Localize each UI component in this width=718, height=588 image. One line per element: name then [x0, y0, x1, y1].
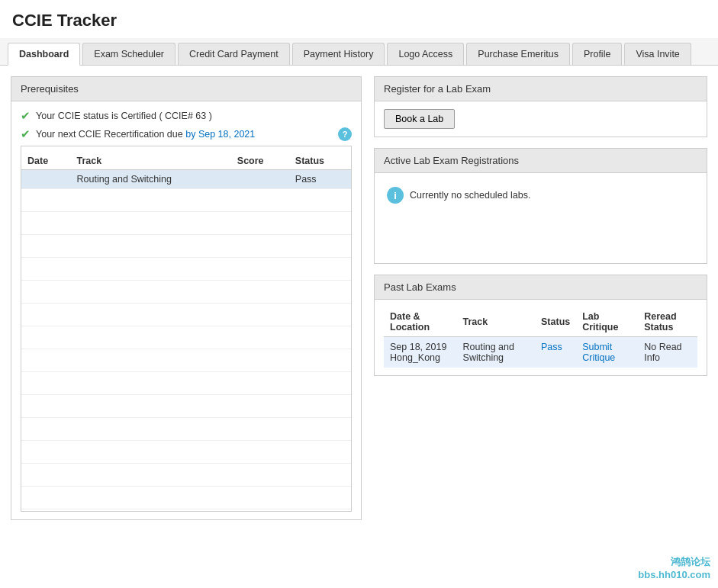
table-row-empty-11 [21, 418, 351, 441]
tab-visa-invite[interactable]: Visa Invite [624, 43, 691, 65]
table-row-empty-5 [21, 281, 351, 304]
left-panel: Prerequisites ✔ Your CCIE status is Cert… [11, 76, 362, 531]
table-row-empty-4 [21, 258, 351, 281]
col-header-status: Status [289, 153, 351, 170]
past-cell-date-location: Sep 18, 2019 Hong_Kong [384, 337, 457, 368]
prereq-text-2: Your next CCIE Recertification due by Se… [36, 129, 255, 140]
table-row-empty-3 [21, 235, 351, 258]
col-header-track: Track [71, 153, 231, 170]
app-title: CCIE Tracker [0, 0, 718, 38]
no-labs-row: i Currently no scheduled labs. [384, 181, 697, 210]
no-labs-message: Currently no scheduled labs. [410, 190, 530, 201]
past-col-lab-critique: Lab Critique [576, 307, 638, 337]
past-lab-exams-body: Date & Location Track Status Lab Critiqu… [375, 300, 707, 375]
tab-logo-access[interactable]: Logo Access [387, 43, 464, 65]
tab-profile[interactable]: Profile [572, 43, 622, 65]
cell-track: Routing and Switching [71, 170, 231, 189]
active-registrations-section: Active Lab Exam Registrations i Currentl… [374, 148, 707, 264]
past-lab-row: Sep 18, 2019 Hong_Kong Routing and Switc… [384, 337, 697, 368]
table-row-empty-2 [21, 212, 351, 235]
tab-exam-scheduler[interactable]: Exam Scheduler [82, 43, 175, 65]
cell-date [21, 170, 71, 189]
active-registrations-header: Active Lab Exam Registrations [375, 149, 707, 173]
status-pass: Pass [541, 342, 562, 352]
tab-purchase-emeritus[interactable]: Purchase Emeritus [466, 43, 570, 65]
past-cell-reread-status: No Read Info [638, 337, 697, 368]
table-row-empty-12 [21, 441, 351, 464]
submit-critique-link[interactable]: Submit Critique [582, 342, 615, 363]
info-circle-icon: i [387, 187, 404, 204]
cell-status: Pass [289, 170, 351, 189]
col-header-date: Date [21, 153, 71, 170]
right-panel: Register for a Lab Exam Book a Lab Activ… [374, 76, 707, 531]
help-icon[interactable]: ? [338, 127, 352, 141]
register-lab-body: Book a Lab [375, 101, 707, 137]
checkmark-icon-1: ✔ [21, 109, 31, 123]
table-row-empty-10 [21, 395, 351, 418]
past-col-track: Track [457, 307, 535, 337]
past-lab-exams-section: Past Lab Exams Date & Location Track Sta… [374, 275, 707, 376]
register-lab-section: Register for a Lab Exam Book a Lab [374, 76, 707, 137]
past-lab-exams-header: Past Lab Exams [375, 275, 707, 300]
checkmark-icon-2: ✔ [21, 127, 31, 141]
past-col-date-location: Date & Location [384, 307, 457, 337]
table-row-empty-7 [21, 326, 351, 349]
table-row-empty-8 [21, 349, 351, 372]
table-row-empty-13 [21, 464, 351, 487]
table-row-empty-15 [21, 509, 351, 512]
cell-score [231, 170, 289, 189]
table-row: Routing and Switching Pass [21, 170, 351, 189]
col-header-score: Score [231, 153, 289, 170]
tab-dashboard[interactable]: Dashboard [8, 43, 80, 66]
table-row-empty-6 [21, 304, 351, 326]
prereq-table-wrapper[interactable]: Date Track Score Status Routing and Swit… [21, 146, 352, 512]
prereq-item-1: ✔ Your CCIE status is Certified ( CCIE# … [21, 109, 352, 123]
tab-payment-history[interactable]: Payment History [292, 43, 385, 65]
past-cell-track: Routing and Switching [457, 337, 535, 368]
past-col-status: Status [535, 307, 576, 337]
prerequisites-section: Prerequisites ✔ Your CCIE status is Cert… [11, 76, 362, 520]
tabs-bar: Dashboard Exam Scheduler Credit Card Pay… [0, 38, 718, 66]
past-lab-table: Date & Location Track Status Lab Critiqu… [384, 307, 697, 368]
book-lab-button[interactable]: Book a Lab [384, 109, 455, 129]
prereq-text-1: Your CCIE status is Certified ( CCIE# 63… [36, 111, 212, 121]
past-cell-lab-critique[interactable]: Submit Critique [576, 337, 638, 368]
prereq-table: Date Track Score Status Routing and Swit… [21, 153, 351, 512]
table-row-empty-1 [21, 189, 351, 212]
past-col-reread-status: Reread Status [638, 307, 697, 337]
past-cell-status: Pass [535, 337, 576, 368]
table-row-empty-9 [21, 372, 351, 395]
prereq-item-2: ✔ Your next CCIE Recertification due by … [21, 127, 352, 141]
active-registrations-body: i Currently no scheduled labs. [375, 173, 707, 263]
tab-credit-card-payment[interactable]: Credit Card Payment [178, 43, 290, 65]
register-lab-header: Register for a Lab Exam [375, 77, 707, 101]
table-row-empty-14 [21, 487, 351, 509]
prerequisites-body: ✔ Your CCIE status is Certified ( CCIE# … [11, 101, 361, 519]
prerequisites-header: Prerequisites [11, 77, 361, 101]
